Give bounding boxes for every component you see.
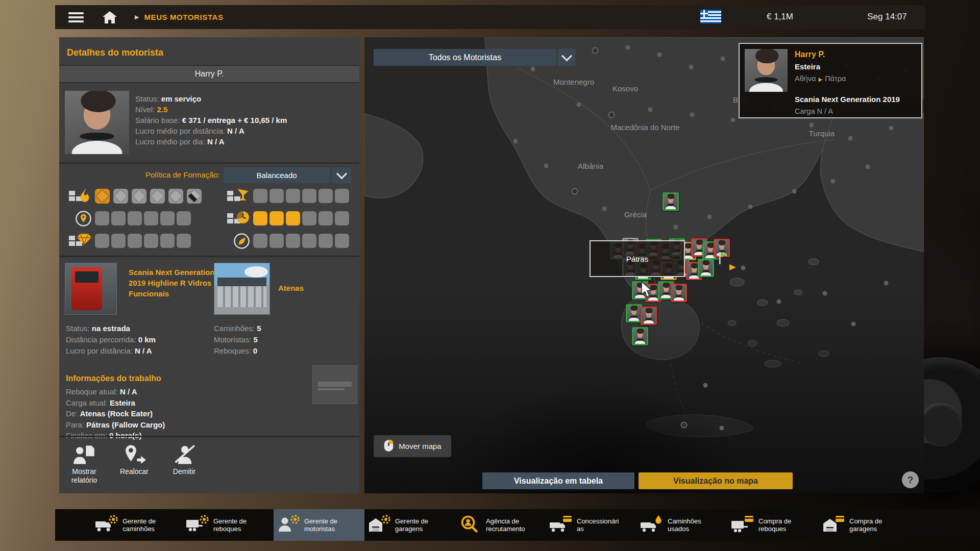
truck-stat-label: Distância percorrida:: [66, 335, 138, 344]
realocar-button[interactable]: Realocar: [109, 439, 159, 485]
truck-stats: Status: na estradaDistância percorrida: …: [66, 323, 156, 357]
city-dot: [823, 291, 827, 296]
table-view-button[interactable]: Visualização em tabela: [482, 472, 634, 489]
help-button[interactable]: ?: [902, 471, 919, 488]
skill-point-box: [128, 211, 142, 226]
job-line-label: Carga atual:: [66, 398, 110, 407]
nav-item-gerente-de-reboques[interactable]: Gerente de reboques: [183, 509, 274, 541]
driver-filter-select[interactable]: Todos os Motoristas: [374, 49, 556, 66]
hazard-placard-icon: [187, 189, 202, 204]
training-policy-label: Política de Formação:: [103, 170, 220, 179]
city-dot: [689, 65, 694, 69]
garage-stat: Caminhões: 5: [214, 323, 261, 334]
driver-card-load: Carga N / A: [795, 107, 833, 115]
nav-item-gerente-de-garagens[interactable]: Gerente de garagens: [364, 509, 455, 541]
skill-row-eco-driving: [224, 232, 349, 249]
skill-point-box: [253, 234, 267, 248]
nav-item-gerente-de-caminhoes[interactable]: Gerente de caminhões: [92, 509, 183, 541]
nav-item-concessionarias[interactable]: Concessionárias: [546, 509, 637, 541]
demitir-button[interactable]: Demitir: [159, 439, 209, 485]
driver-marker-red[interactable]: [671, 284, 687, 302]
skill-point-box: [318, 234, 333, 248]
route-arrow-icon: ▶: [816, 77, 825, 82]
driver-marker-green[interactable]: [632, 327, 648, 345]
panel-title: Detalhes do motorista: [67, 47, 163, 58]
city-dot: [720, 426, 724, 431]
driver-marker-green[interactable]: [626, 304, 642, 322]
skill-row-adr: [65, 187, 203, 205]
breadcrumb-arrow-icon: ▶: [135, 14, 139, 20]
nav-item-caminhoes-usados[interactable]: Caminhões usados: [637, 509, 728, 541]
driver-filter-chevron-down-icon[interactable]: [558, 49, 575, 66]
skill-point-box: [144, 234, 158, 248]
country-label: Albânia: [578, 162, 603, 170]
nav-item-compra-de-reboques[interactable]: Compra de reboques: [728, 509, 819, 541]
driver-info-line-label: Nível:: [135, 105, 157, 114]
skill-point-box: [286, 234, 300, 248]
nav-label-gerente-de-caminhoes: Gerente de caminhões: [122, 517, 166, 533]
city-dot: [674, 225, 678, 230]
job-info-title: Informações do trabalho: [66, 374, 161, 383]
top-bar: ▶ MEUS MOTORISTAS € 1,1M Seg 14:07: [55, 5, 925, 29]
driver-card-photo: [745, 49, 788, 92]
city-dot: [577, 103, 581, 107]
city-dot: [707, 215, 712, 219]
menu-icon[interactable]: [68, 12, 84, 22]
hazard-placard-icon: [150, 189, 165, 204]
route-arrow-icon: [729, 263, 737, 272]
skill-point-box: [318, 211, 333, 226]
skill-point-box: [160, 234, 175, 248]
leaf-icon: [224, 232, 253, 249]
skill-point-box: [270, 234, 284, 248]
move-map-button[interactable]: Mover mapa: [374, 435, 451, 457]
job-line-value: Atenas (Rock Eater): [80, 409, 153, 418]
training-policy-chevron-down-icon[interactable]: [332, 167, 351, 183]
demitir-label: Demitir: [173, 467, 195, 476]
job-info-lines: Reboque atual: N / ACarga atual: Esteira…: [66, 386, 165, 441]
city-dot: [531, 67, 535, 71]
truck-stat-value: 0 km: [138, 335, 156, 344]
skill-level-cells: [95, 211, 191, 226]
job-line-label: Reboque atual:: [66, 387, 120, 396]
truck-stat: Status: na estrada: [66, 323, 156, 334]
route-to: Πάτρα: [825, 74, 846, 83]
relocate-icon: [122, 439, 146, 465]
city-tooltip-label: Pátras: [626, 255, 648, 263]
greece-flag-icon: [700, 10, 721, 23]
garage-thumbnail[interactable]: [214, 263, 270, 315]
training-policy-select[interactable]: Balanceado: [224, 167, 330, 183]
garage-stat-label: Caminhões:: [214, 324, 257, 333]
skill-point-box: [160, 211, 175, 226]
map-view-button[interactable]: Visualização no mapa: [639, 472, 793, 489]
mostrar-relatorio-button[interactable]: Mostrar relatório: [59, 439, 109, 485]
mouse-cursor: [640, 281, 652, 300]
skill-level-cells: [95, 189, 203, 204]
nav-item-compra-de-garagens[interactable]: Compra de garagens: [819, 509, 910, 541]
skill-row-high-value-cargo: [65, 232, 191, 249]
driver-info-line-label: Lucro médio por distância:: [135, 127, 227, 135]
driver-card-cargo: Esteira: [795, 62, 820, 71]
driver-marker-green[interactable]: [663, 192, 679, 211]
hazard-placard-icon: [113, 189, 128, 204]
city-dot: [513, 139, 518, 144]
driver-info-line-label: Status:: [135, 94, 161, 103]
city-dot: [544, 164, 549, 168]
truck-stat: Lucro por distância: N / A: [66, 345, 156, 357]
used-trucks-icon: [640, 515, 664, 535]
driver-marker-green[interactable]: [698, 259, 714, 277]
home-icon[interactable]: [102, 11, 117, 24]
city-dot: [626, 45, 630, 50]
city-dot: [748, 205, 753, 209]
truck-thumbnail[interactable]: [65, 263, 117, 315]
driver-info-line: Lucro médio por distância: N / A: [135, 126, 287, 136]
skill-row-fragile-cargo: [224, 187, 349, 205]
nav-item-agencia-de-recrutamento[interactable]: Agência de recrutamento: [455, 509, 546, 541]
skill-point-box: [302, 234, 316, 248]
skill-point-box: [270, 189, 284, 203]
city-dot: [777, 299, 781, 304]
nav-item-gerente-de-motoristas[interactable]: Gerente de motoristas: [274, 509, 364, 541]
nav-label-agencia-de-recrutamento: Agência de recrutamento: [486, 517, 530, 533]
skill-level-cells: [253, 189, 349, 203]
driver-marker-red[interactable]: [641, 307, 657, 325]
truck-stat: Distância percorrida: 0 km: [66, 334, 156, 345]
